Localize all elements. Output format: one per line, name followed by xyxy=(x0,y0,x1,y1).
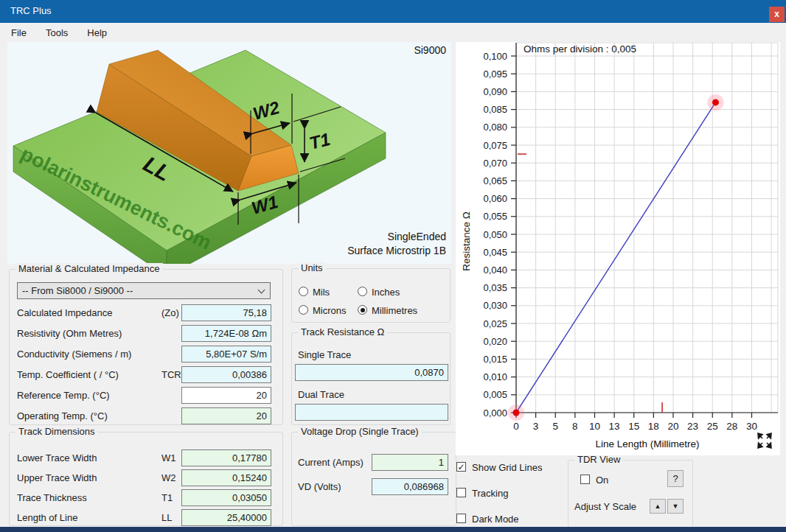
expand-chart-button[interactable] xyxy=(755,431,774,450)
trace-thickness-label: Trace Thickness xyxy=(17,492,87,503)
svg-text:0,015: 0,015 xyxy=(483,354,507,365)
ll-field[interactable]: 25,40000 xyxy=(181,509,271,526)
current-field[interactable]: 1 xyxy=(372,454,448,471)
current-label: Current (Amps) xyxy=(298,457,364,468)
radio-inches-label: Inches xyxy=(372,287,400,298)
w1-field[interactable]: 0,17780 xyxy=(181,449,271,466)
dark-mode-checkbox[interactable] xyxy=(456,514,466,523)
chart-y-axis-label: Resistance Ω xyxy=(461,175,472,308)
single-trace-label: Single Trace xyxy=(298,349,351,360)
temp-coefficient-label: Temp. Coefficient ( / °C) xyxy=(17,369,119,380)
svg-text:13: 13 xyxy=(609,421,620,432)
material-group-title: Material & Calculated Impedance xyxy=(15,263,163,274)
help-icon: ? xyxy=(672,473,678,484)
radio-microns[interactable] xyxy=(299,305,308,315)
structure-label: SingleEnded Surface Microstrip 1B xyxy=(347,230,446,258)
svg-text:0,005: 0,005 xyxy=(483,389,507,400)
material-group: Material & Calculated Impedance -- From … xyxy=(9,269,283,425)
tdr-help-button[interactable]: ? xyxy=(667,470,684,487)
microstrip-3d-panel: polarinstruments.com LL W1 W2 T1 Si9000 xyxy=(7,42,451,264)
tdr-on-label: On xyxy=(596,475,608,486)
menu-tools[interactable]: Tools xyxy=(36,24,77,41)
svg-text:0,045: 0,045 xyxy=(483,247,507,258)
units-group-title: Units xyxy=(298,262,326,273)
w1-symbol: W1 xyxy=(161,452,176,463)
svg-text:20: 20 xyxy=(667,421,678,432)
window-title: TRC Plus xyxy=(10,5,52,16)
calc-impedance-field[interactable]: 75,18 xyxy=(181,304,271,321)
y-scale-down-button[interactable]: ▼ xyxy=(667,499,684,514)
svg-text:0,000: 0,000 xyxy=(483,407,507,419)
svg-text:0,075: 0,075 xyxy=(483,140,507,151)
y-scale-up-button[interactable]: ▲ xyxy=(650,499,666,514)
radio-microns-label: Microns xyxy=(313,305,347,316)
svg-text:23: 23 xyxy=(687,421,698,432)
chart-annotation: Ohms per division : 0,005 xyxy=(524,43,636,55)
tcr-field[interactable]: 0,00386 xyxy=(181,366,271,383)
svg-text:8: 8 xyxy=(572,421,578,432)
show-grid-lines-label: Show Grid Lines xyxy=(472,462,542,473)
track-dimensions-title: Track Dimensions xyxy=(15,426,98,437)
svg-text:0,070: 0,070 xyxy=(483,158,507,169)
tracking-checkbox[interactable] xyxy=(456,488,466,497)
w2-symbol: W2 xyxy=(161,472,176,483)
tdr-view-title: TDR View xyxy=(574,454,623,465)
reference-temp-field[interactable]: 20 xyxy=(181,387,271,404)
chart-panel: 0,0000,0050,0100,0150,0200,0250,0300,035… xyxy=(456,42,780,455)
reference-temp-label: Reference Temp. (°C) xyxy=(17,390,110,401)
close-icon: x xyxy=(774,9,779,19)
svg-text:0,035: 0,035 xyxy=(483,282,507,293)
svg-text:0,090: 0,090 xyxy=(483,86,507,97)
chevron-down-icon xyxy=(258,287,265,294)
radio-millimetres-label: Millimetres xyxy=(372,305,417,316)
resistivity-field[interactable]: 1,724E-08 Ωm xyxy=(181,325,271,342)
voltage-drop-group: Voltage Drop (Single Trace) Current (Amp… xyxy=(291,432,456,526)
field-solver-label: Si9000 xyxy=(414,44,446,56)
vd-label: VD (Volts) xyxy=(298,481,341,492)
svg-text:0,055: 0,055 xyxy=(483,211,507,222)
menu-bar: File Tools Help xyxy=(0,23,786,43)
structure-type: SingleEnded xyxy=(347,230,446,244)
upper-trace-width-label: Upper Trace Width xyxy=(17,472,97,483)
length-of-line-label: Length of Line xyxy=(17,512,77,523)
show-grid-lines-checkbox[interactable]: ✓ xyxy=(456,462,466,472)
resistance-chart: 0,0000,0050,0100,0150,0200,0250,0300,035… xyxy=(456,42,780,455)
svg-text:28: 28 xyxy=(726,421,737,432)
w2-field[interactable]: 0,15240 xyxy=(181,469,271,486)
vd-field[interactable]: 0,086968 xyxy=(372,478,448,495)
svg-text:15: 15 xyxy=(628,421,639,432)
expand-icon xyxy=(755,431,774,450)
track-resistance-group: Track Resistance Ω Single Trace 0,0870 D… xyxy=(291,332,451,425)
check-icon: ✓ xyxy=(457,462,465,472)
svg-text:25: 25 xyxy=(707,421,718,432)
window-bottom-border xyxy=(0,527,786,532)
radio-inches[interactable] xyxy=(358,287,367,296)
radio-mils[interactable] xyxy=(299,287,308,296)
svg-text:5: 5 xyxy=(552,421,558,432)
single-trace-field[interactable]: 0,0870 xyxy=(295,364,448,381)
svg-text:0,020: 0,020 xyxy=(483,336,507,347)
close-button[interactable]: x xyxy=(769,7,785,22)
svg-text:0,095: 0,095 xyxy=(483,69,507,80)
svg-text:0,025: 0,025 xyxy=(483,318,507,329)
menu-file[interactable]: File xyxy=(1,24,36,41)
conductivity-field[interactable]: 5,80E+07 S/m xyxy=(181,346,271,363)
tdr-on-checkbox[interactable] xyxy=(580,475,590,484)
tracking-label: Tracking xyxy=(472,488,508,499)
svg-text:0,060: 0,060 xyxy=(483,193,507,204)
t1-field[interactable]: 0,03050 xyxy=(181,489,271,506)
material-dropdown-value: -- From Si8000 / Si9000 -- xyxy=(22,285,133,296)
ll-symbol: LL xyxy=(161,512,172,523)
svg-text:0,100: 0,100 xyxy=(483,51,507,62)
radio-millimetres[interactable] xyxy=(358,305,367,315)
menu-help[interactable]: Help xyxy=(77,24,116,41)
svg-text:10: 10 xyxy=(589,421,600,432)
title-bar: TRC Plus x xyxy=(0,0,786,23)
voltage-drop-title: Voltage Drop (Single Trace) xyxy=(298,426,422,437)
app-window: TRC Plus x File Tools Help xyxy=(0,0,786,532)
up-arrow-icon: ▲ xyxy=(655,503,661,510)
operating-temp-label: Operating Temp. (°C) xyxy=(17,410,108,421)
dual-trace-field[interactable] xyxy=(295,404,448,421)
material-dropdown[interactable]: -- From Si8000 / Si9000 -- xyxy=(17,282,271,299)
operating-temp-field[interactable]: 20 xyxy=(181,407,271,424)
